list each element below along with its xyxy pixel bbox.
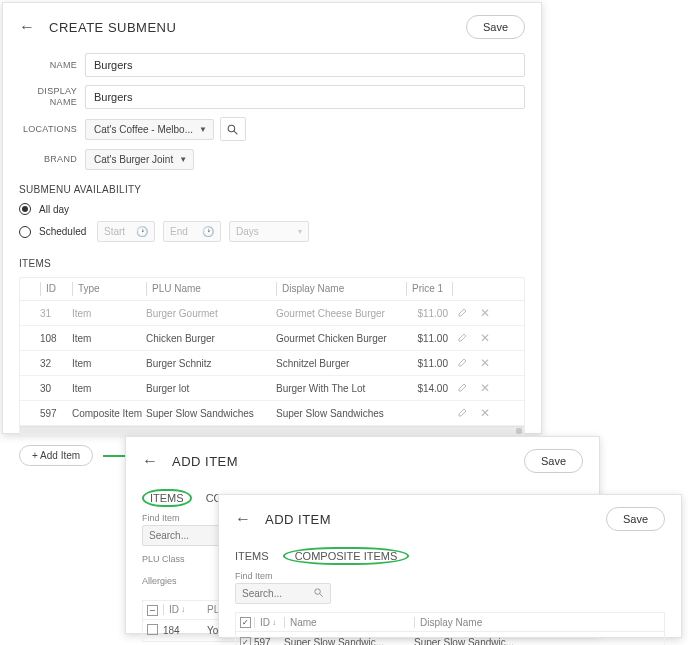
brand-dropdown[interactable]: Cat's Burger Joint ▼ [85, 149, 194, 170]
checkbox-header[interactable] [147, 605, 158, 616]
composite-table: ID↓ Name Display Name 597 Super Slow San… [235, 612, 665, 645]
scheduled-label: Scheduled [39, 226, 89, 237]
chevron-down-icon: ▼ [179, 155, 187, 164]
col-display[interactable]: Display Name [276, 282, 406, 296]
svg-line-1 [235, 131, 238, 134]
sort-down-icon[interactable]: ↓ [181, 605, 185, 614]
table-row[interactable]: 32ItemBurger SchnitzSchnitzel Burger$11.… [20, 351, 524, 376]
availability-allday-row[interactable]: All day [19, 203, 525, 215]
edit-icon[interactable] [452, 406, 474, 420]
edit-icon[interactable] [452, 381, 474, 395]
radio-scheduled[interactable] [19, 226, 31, 238]
search-icon [313, 587, 324, 600]
delete-icon[interactable]: ✕ [474, 331, 496, 345]
annotation-circle: ITEMS [142, 489, 192, 507]
col-type[interactable]: Type [72, 282, 146, 296]
locations-dropdown[interactable]: Cat's Coffee - Melbo... ▼ [85, 119, 214, 140]
col-price[interactable]: Price 1 [406, 282, 452, 296]
edit-icon[interactable] [452, 306, 474, 320]
search-input[interactable] [149, 530, 213, 541]
items-section-title: ITEMS [19, 258, 525, 269]
clock-icon: 🕑 [136, 226, 148, 237]
tab-composite-items[interactable]: COMPOSITE ITEMS [283, 545, 410, 567]
header: ← ADD ITEM Save [235, 507, 665, 531]
items-table-header: ID Type PLU Name Display Name Price 1 [20, 278, 524, 301]
end-time-field[interactable]: End🕑 [163, 221, 221, 242]
radio-allday[interactable] [19, 203, 31, 215]
label-locations: LOCATIONS [19, 124, 77, 135]
delete-icon[interactable]: ✕ [474, 381, 496, 395]
table-row[interactable]: 597Composite ItemSuper Slow SandwichesSu… [20, 401, 524, 426]
save-button[interactable]: Save [606, 507, 665, 531]
add-item-composite-panel: ← ADD ITEM Save ITEMS COMPOSITE ITEMS Fi… [218, 494, 682, 638]
save-button[interactable]: Save [466, 15, 525, 39]
search-input[interactable] [242, 588, 306, 599]
page-title: CREATE SUBMENU [49, 20, 176, 35]
edit-icon[interactable] [452, 356, 474, 370]
allday-label: All day [39, 204, 69, 215]
sort-down-icon[interactable]: ↓ [272, 618, 276, 627]
chevron-down-icon: ▼ [199, 125, 207, 134]
create-submenu-panel: ← CREATE SUBMENU Save NAME DISPLAY NAME … [2, 2, 542, 434]
edit-icon[interactable] [452, 331, 474, 345]
start-time-field[interactable]: Start🕑 [97, 221, 155, 242]
annotation-circle: COMPOSITE ITEMS [283, 547, 410, 565]
table-row[interactable]: 31ItemBurger GourmetGourmet Cheese Burge… [20, 301, 524, 326]
composite-table-header: ID↓ Name Display Name [235, 612, 665, 632]
svg-point-6 [315, 589, 321, 595]
checkbox-row[interactable] [240, 637, 251, 645]
items-table: ID Type PLU Name Display Name Price 1 31… [19, 277, 525, 435]
label-brand: BRAND [19, 154, 77, 165]
table-row[interactable]: 108ItemChicken BurgerGourmet Chicken Bur… [20, 326, 524, 351]
delete-icon[interactable]: ✕ [474, 356, 496, 370]
delete-icon[interactable]: ✕ [474, 306, 496, 320]
back-arrow-icon[interactable]: ← [19, 18, 35, 36]
label-name: NAME [19, 60, 77, 71]
back-arrow-icon[interactable]: ← [235, 510, 251, 528]
tab-items[interactable]: ITEMS [235, 548, 269, 564]
delete-icon[interactable]: ✕ [474, 406, 496, 420]
clock-icon: 🕑 [202, 226, 214, 237]
table-row[interactable]: 30ItemBurger lotBurger With The Lot$14.0… [20, 376, 524, 401]
composite-table-row[interactable]: 597 Super Slow Sandwic... Super Slow San… [235, 632, 665, 645]
locations-search-button[interactable] [220, 117, 246, 141]
col-plu[interactable]: PLU Name [146, 282, 276, 296]
horizontal-scrollbar[interactable] [20, 426, 524, 434]
back-arrow-icon[interactable]: ← [142, 452, 158, 470]
svg-point-0 [229, 125, 236, 132]
display-name-input[interactable] [85, 85, 525, 109]
name-input[interactable] [85, 53, 525, 77]
availability-scheduled-row[interactable]: Scheduled Start🕑 End🕑 Days▾ [19, 221, 525, 242]
find-item-label: Find Item [235, 571, 665, 581]
header: ← ADD ITEM Save [142, 449, 583, 473]
tab-items[interactable]: ITEMS [142, 487, 192, 509]
col-id[interactable]: ID [40, 282, 72, 296]
availability-section-title: SUBMENU AVAILABILITY [19, 184, 525, 195]
locations-value: Cat's Coffee - Melbo... [94, 124, 193, 135]
days-field[interactable]: Days▾ [229, 221, 309, 242]
header: ← CREATE SUBMENU Save [19, 15, 525, 39]
save-button[interactable]: Save [524, 449, 583, 473]
chevron-down-icon: ▾ [298, 227, 302, 236]
add-item-button[interactable]: + Add Item [19, 445, 93, 466]
checkbox-header[interactable] [240, 617, 251, 628]
page-title: ADD ITEM [265, 512, 331, 527]
brand-value: Cat's Burger Joint [94, 154, 173, 165]
search-field[interactable] [235, 583, 331, 604]
svg-line-7 [320, 594, 323, 597]
page-title: ADD ITEM [172, 454, 238, 469]
label-display-name: DISPLAY NAME [19, 86, 77, 108]
tabs: ITEMS COMPOSITE ITEMS [235, 545, 665, 567]
checkbox-row[interactable] [147, 624, 158, 635]
